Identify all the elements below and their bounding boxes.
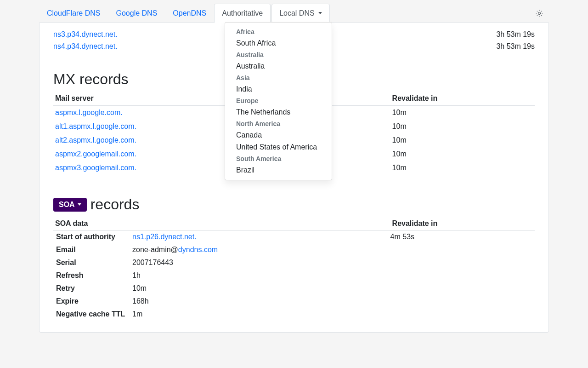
- dns-tabs: CloudFlare DNS Google DNS OpenDNS Author…: [39, 0, 549, 23]
- mx-ttl: 10m: [390, 161, 535, 175]
- soa-expire: 168h: [132, 297, 388, 305]
- soa-header-ttl: Revalidate in: [390, 217, 535, 231]
- soa-retry: 10m: [132, 284, 388, 293]
- soa-badge-label: SOA: [59, 201, 75, 209]
- soa-email: zone-admin@dyndns.com: [132, 246, 388, 254]
- soa-table: SOA data Revalidate in: [53, 217, 535, 231]
- ns-ttl: 3h 53m 19s: [496, 30, 535, 39]
- soa-field-label: Retry: [56, 284, 130, 293]
- mx-server-link[interactable]: alt1.aspmx.l.google.com.: [55, 122, 136, 130]
- dropdown-item[interactable]: United States of America: [225, 141, 332, 153]
- dropdown-group-header: Africa: [225, 26, 332, 37]
- soa-field-label: Negative cache TTL: [56, 310, 130, 318]
- soa-section: SOA records SOA data Revalidate in: [40, 196, 548, 318]
- soa-field-label: Refresh: [56, 271, 130, 280]
- soa-data-grid: Start of authority ns1.p26.dynect.net. E…: [53, 231, 390, 318]
- dropdown-group-header: Australia: [225, 49, 332, 60]
- tab-google[interactable]: Google DNS: [108, 4, 165, 23]
- ns-host-link[interactable]: ns3.p34.dynect.net.: [53, 30, 118, 39]
- soa-title: SOA records: [53, 196, 535, 213]
- mx-server-link[interactable]: aspmx.l.google.com.: [55, 109, 123, 116]
- mx-ttl: 10m: [390, 106, 535, 120]
- local-dns-dropdown: Africa South Africa Australia Australia …: [225, 22, 332, 180]
- soa-refresh: 1h: [132, 271, 388, 280]
- tab-authoritative[interactable]: Authoritative: [214, 4, 271, 23]
- settings-button[interactable]: [531, 6, 549, 21]
- soa-authority-link[interactable]: ns1.p26.dynect.net.: [132, 233, 197, 241]
- soa-dropdown-button[interactable]: SOA: [53, 198, 87, 212]
- tab-cloudflare[interactable]: CloudFlare DNS: [39, 4, 108, 23]
- soa-negttl: 1m: [132, 310, 388, 318]
- mx-header-ttl: Revalidate in: [390, 92, 535, 106]
- soa-field-label: Start of authority: [56, 233, 130, 241]
- soa-header-data: SOA data: [53, 217, 390, 231]
- svg-point-0: [538, 12, 541, 14]
- chevron-down-icon: [78, 203, 81, 206]
- dropdown-item[interactable]: Australia: [225, 60, 332, 72]
- soa-email-prefix: zone-admin@: [132, 246, 178, 253]
- dropdown-group-header: Asia: [225, 72, 332, 83]
- tab-opendns[interactable]: OpenDNS: [165, 4, 214, 23]
- soa-field-label: Expire: [56, 297, 130, 305]
- ns-host-link[interactable]: ns4.p34.dynect.net.: [53, 42, 118, 51]
- dropdown-item[interactable]: India: [225, 83, 332, 95]
- dropdown-group-header: North America: [225, 118, 332, 129]
- tab-local-dns-label: Local DNS: [279, 9, 314, 17]
- mx-server-link[interactable]: aspmx3.googlemail.com.: [55, 164, 136, 172]
- tab-local-dns[interactable]: Local DNS: [271, 4, 330, 23]
- mx-server-link[interactable]: aspmx2.googlemail.com.: [55, 150, 136, 158]
- mx-ttl: 10m: [390, 133, 535, 147]
- soa-email-link[interactable]: dyndns.com: [178, 246, 218, 253]
- dropdown-item[interactable]: Brazil: [225, 164, 332, 176]
- dropdown-item[interactable]: The Netherlands: [225, 106, 332, 118]
- mx-server-link[interactable]: alt2.aspmx.l.google.com.: [55, 136, 136, 144]
- soa-serial: 2007176443: [132, 259, 388, 267]
- dropdown-group-header: Europe: [225, 95, 332, 106]
- ns-ttl: 3h 53m 19s: [496, 42, 535, 51]
- gear-icon: [535, 9, 543, 17]
- soa-title-suffix: records: [90, 196, 140, 213]
- dropdown-group-header: South America: [225, 153, 332, 164]
- dropdown-item[interactable]: South Africa: [225, 37, 332, 49]
- mx-header-server: Mail server: [53, 92, 390, 106]
- soa-field-label: Serial: [56, 259, 130, 267]
- dropdown-item[interactable]: Canada: [225, 129, 332, 141]
- soa-field-label: Email: [56, 246, 130, 254]
- soa-ttl: 4m 53s: [390, 231, 535, 241]
- chevron-down-icon: [318, 12, 322, 14]
- mx-ttl: 10m: [390, 120, 535, 133]
- mx-ttl: 10m: [390, 147, 535, 161]
